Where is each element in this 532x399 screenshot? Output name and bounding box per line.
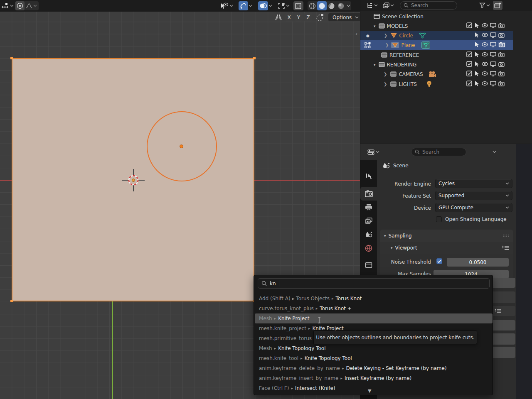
- mirror-z-toggle[interactable]: Z: [304, 13, 312, 22]
- device-dropdown[interactable]: GPU Compute: [435, 203, 512, 212]
- region-resize-arrow[interactable]: ‹: [355, 31, 357, 37]
- shading-rendered-button[interactable]: [336, 1, 346, 10]
- checkbox-icon[interactable]: [466, 51, 472, 57]
- selectable-icon[interactable]: [474, 81, 480, 86]
- hide-viewport-icon[interactable]: [482, 23, 488, 28]
- hide-viewport-icon[interactable]: [482, 32, 488, 37]
- hide-viewport-icon[interactable]: [482, 52, 488, 57]
- outliner-row-circle[interactable]: ● ❯ Circle: [360, 31, 513, 40]
- outliner-row-lights[interactable]: ❯ LIGHTS: [360, 79, 513, 89]
- show-gizmo-toggle[interactable]: [239, 1, 248, 10]
- checkbox-icon[interactable]: [466, 81, 472, 86]
- presets-icon[interactable]: [502, 245, 509, 250]
- toggle-xray-button[interactable]: [293, 1, 303, 10]
- tab-world[interactable]: [360, 241, 377, 255]
- collapse-arrow[interactable]: ▾: [391, 246, 393, 250]
- disable-viewports-icon[interactable]: [490, 61, 496, 67]
- disable-renders-icon[interactable]: [498, 81, 505, 86]
- expand-arrow[interactable]: ❯: [384, 72, 387, 76]
- search-result[interactable]: Add (Shift A) ▸ Torus Objects ▸ Torus Kn…: [255, 294, 493, 304]
- tab-tool[interactable]: [360, 169, 377, 183]
- outliner-row-models[interactable]: ▾ MODELS: [360, 21, 513, 31]
- render-engine-dropdown[interactable]: Cycles: [435, 179, 512, 188]
- disable-viewports-icon[interactable]: [490, 52, 496, 57]
- clipped-field[interactable]: [493, 278, 515, 288]
- filter-collection-dropdown[interactable]: [382, 1, 395, 10]
- plane-vertex[interactable]: [253, 57, 256, 59]
- drag-dots-icon[interactable]: [502, 234, 509, 237]
- clipped-field[interactable]: [493, 320, 515, 330]
- properties-search-input[interactable]: Search: [411, 148, 466, 156]
- hide-viewport-icon[interactable]: [482, 42, 488, 47]
- selectable-icon[interactable]: [474, 32, 480, 38]
- gizmo-dropdown[interactable]: [248, 1, 253, 10]
- disable-viewports-icon[interactable]: [490, 81, 496, 86]
- osl-checkbox[interactable]: [436, 216, 442, 222]
- shading-solid-button[interactable]: [317, 1, 327, 10]
- popup-search-input[interactable]: kn: [258, 278, 490, 289]
- tab-view-layer[interactable]: [360, 214, 377, 228]
- outliner-row-plane[interactable]: ❯ Plane: [360, 40, 513, 50]
- overlays-dropdown[interactable]: [268, 1, 273, 10]
- editor-type-dropdown[interactable]: [366, 147, 381, 157]
- search-result[interactable]: anim.keyframe_insert_by_name ▸ Insert Ke…: [255, 373, 493, 383]
- disable-viewports-icon[interactable]: [490, 42, 496, 47]
- breadcrumb-label[interactable]: Scene: [393, 163, 409, 169]
- expand-arrow[interactable]: ▾: [374, 24, 376, 28]
- clipped-field[interactable]: [493, 291, 515, 303]
- properties-options-dropdown[interactable]: [491, 147, 498, 157]
- disable-renders-icon[interactable]: [498, 23, 505, 28]
- active-tool-button[interactable]: [0, 1, 15, 10]
- search-result[interactable]: mesh.knife_tool ▸ Knife Topology Tool: [255, 353, 493, 363]
- tab-scene[interactable]: [360, 228, 377, 241]
- selectable-icon[interactable]: [474, 71, 480, 76]
- disable-viewports-icon[interactable]: [490, 32, 496, 38]
- selectable-icon[interactable]: [474, 51, 480, 57]
- disable-renders-icon[interactable]: [498, 52, 505, 57]
- expand-arrow[interactable]: ❯: [384, 82, 387, 86]
- mirror-x-toggle[interactable]: X: [285, 13, 293, 22]
- correct-face-attributes-icon[interactable]: [315, 13, 325, 22]
- display-mode-dropdown[interactable]: [365, 1, 379, 10]
- proportional-falloff-dropdown[interactable]: [25, 1, 38, 10]
- selectable-icon[interactable]: [474, 42, 480, 47]
- new-collection-button[interactable]: [493, 1, 502, 10]
- hide-viewport-icon[interactable]: [482, 81, 488, 86]
- render-visibility-highlight[interactable]: [498, 42, 505, 47]
- options-dropdown[interactable]: Options: [328, 13, 363, 22]
- tab-output[interactable]: [360, 201, 377, 214]
- mirror-y-toggle[interactable]: Y: [295, 13, 303, 22]
- expand-arrow[interactable]: ❯: [384, 33, 387, 38]
- object-type-visibility-dropdown[interactable]: [219, 1, 234, 10]
- disable-viewports-icon[interactable]: [490, 23, 496, 28]
- show-overlays-toggle[interactable]: [258, 1, 268, 10]
- selectable-icon[interactable]: [474, 61, 480, 67]
- plane-vertex[interactable]: [10, 300, 13, 302]
- disable-renders-icon[interactable]: [498, 32, 505, 38]
- proportional-editing-toggle[interactable]: [15, 1, 25, 10]
- disable-renders-icon[interactable]: [498, 71, 505, 76]
- search-result[interactable]: Face (Ctrl F) ▸ Intersect (Knife): [255, 383, 493, 393]
- outliner-search-input[interactable]: Search: [400, 1, 457, 10]
- selectable-icon[interactable]: [474, 22, 480, 28]
- search-result[interactable]: Mesh ▸ Knife Topology Tool: [255, 343, 493, 353]
- clipped-field[interactable]: [493, 347, 515, 358]
- hide-viewport-icon[interactable]: [482, 61, 488, 66]
- scroll-more-arrow[interactable]: ▼: [368, 388, 371, 394]
- tab-collection[interactable]: [360, 258, 377, 272]
- expand-arrow[interactable]: ❯: [385, 43, 389, 47]
- viewport-subsection-header[interactable]: ▾ Viewport: [380, 242, 513, 254]
- feature-set-dropdown[interactable]: Supported: [435, 191, 512, 200]
- search-result-highlighted[interactable]: Mesh ▸ Knife Project: [255, 313, 493, 323]
- expand-arrow[interactable]: ▾: [374, 63, 376, 67]
- noise-threshold-checkbox[interactable]: [436, 258, 442, 264]
- xray-toggle[interactable]: [276, 1, 291, 10]
- outliner-row-reference[interactable]: REFERENCE: [360, 50, 513, 60]
- collapse-arrow[interactable]: ▾: [384, 234, 386, 238]
- noise-threshold-field[interactable]: 0.0500: [447, 258, 509, 267]
- shading-material-button[interactable]: [327, 1, 336, 10]
- checkbox-icon[interactable]: [466, 22, 472, 28]
- clipped-field[interactable]: [493, 333, 515, 345]
- shading-wireframe-button[interactable]: [308, 1, 317, 10]
- sampling-header[interactable]: ▾ Sampling: [380, 230, 513, 242]
